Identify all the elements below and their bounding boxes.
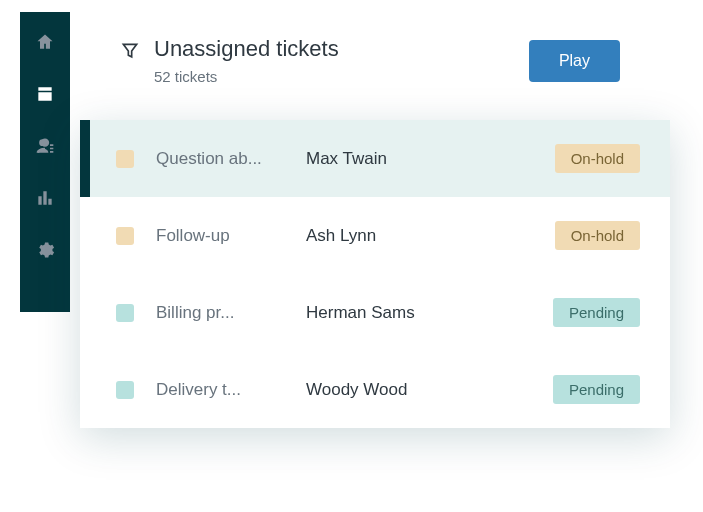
row-indicator [80,120,90,197]
sidebar-item-home[interactable] [33,30,57,54]
header-left: Unassigned tickets 52 tickets [120,36,339,85]
ticket-row[interactable]: Delivery t... Woody Wood Pending [80,351,670,428]
header-panel: Unassigned tickets 52 tickets Play [70,12,650,122]
ticket-row[interactable]: Question ab... Max Twain On-hold [80,120,670,197]
page-title: Unassigned tickets [154,36,339,62]
gear-icon [35,240,55,260]
ticket-requester: Woody Wood [306,380,486,400]
row-indicator [80,274,90,351]
inbox-icon [35,84,55,104]
sidebar-item-users[interactable] [33,134,57,158]
ticket-requester: Ash Lynn [306,226,486,246]
ticket-title: Delivery t... [156,380,306,400]
filter-icon[interactable] [120,40,140,60]
ticket-requester: Herman Sams [306,303,486,323]
title-block: Unassigned tickets 52 tickets [154,36,339,85]
ticket-title: Follow-up [156,226,306,246]
row-indicator [80,351,90,428]
status-badge: Pending [553,298,640,327]
ticket-row[interactable]: Follow-up Ash Lynn On-hold [80,197,670,274]
user-icon [35,136,55,156]
sidebar [20,12,70,312]
status-badge: On-hold [555,144,640,173]
status-badge: On-hold [555,221,640,250]
ticket-row[interactable]: Billing pr... Herman Sams Pending [80,274,670,351]
ticket-checkbox[interactable] [116,304,134,322]
status-badge: Pending [553,375,640,404]
home-icon [35,32,55,52]
ticket-title: Billing pr... [156,303,306,323]
ticket-title: Question ab... [156,149,306,169]
tickets-panel: Question ab... Max Twain On-hold Follow-… [80,120,670,428]
chart-icon [35,188,55,208]
ticket-checkbox[interactable] [116,381,134,399]
ticket-checkbox[interactable] [116,150,134,168]
sidebar-item-inbox[interactable] [33,82,57,106]
sidebar-item-settings[interactable] [33,238,57,262]
sidebar-item-reports[interactable] [33,186,57,210]
play-button[interactable]: Play [529,40,620,82]
ticket-count: 52 tickets [154,68,339,85]
svg-point-0 [39,139,46,146]
row-indicator [80,197,90,274]
ticket-requester: Max Twain [306,149,486,169]
ticket-checkbox[interactable] [116,227,134,245]
